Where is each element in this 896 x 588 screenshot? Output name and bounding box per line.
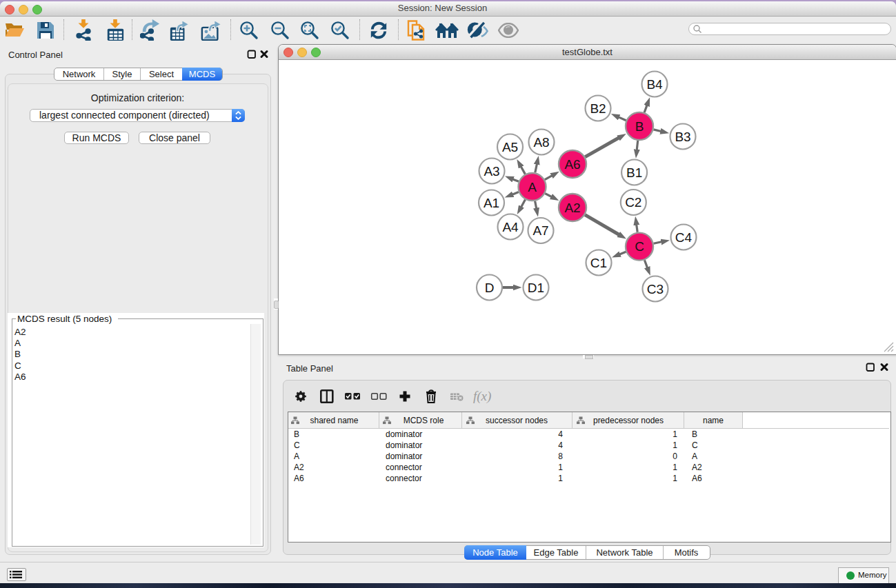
- svg-text:B3: B3: [675, 130, 690, 144]
- svg-text:B1: B1: [626, 165, 642, 180]
- svg-text:f(x): f(x): [473, 389, 491, 404]
- svg-text:C: C: [635, 239, 644, 254]
- svg-text:A8: A8: [533, 135, 549, 150]
- svg-text:B: B: [635, 119, 644, 134]
- svg-text:A6: A6: [564, 157, 580, 172]
- svg-text:A2: A2: [564, 201, 580, 215]
- svg-text:D: D: [485, 281, 495, 295]
- svg-text:C3: C3: [647, 282, 664, 296]
- svg-text:A7: A7: [532, 223, 548, 238]
- svg-text:D1: D1: [528, 281, 544, 295]
- svg-text:B2: B2: [590, 101, 606, 116]
- svg-text:C2: C2: [625, 195, 641, 210]
- svg-text:C1: C1: [590, 256, 607, 270]
- svg-text:A: A: [528, 180, 537, 194]
- svg-text:A5: A5: [502, 140, 518, 154]
- svg-text:C4: C4: [675, 230, 693, 245]
- svg-text:A4: A4: [502, 220, 519, 234]
- svg-text:A3: A3: [484, 164, 499, 179]
- svg-text:B4: B4: [646, 77, 663, 92]
- svg-text:A1: A1: [484, 196, 499, 210]
